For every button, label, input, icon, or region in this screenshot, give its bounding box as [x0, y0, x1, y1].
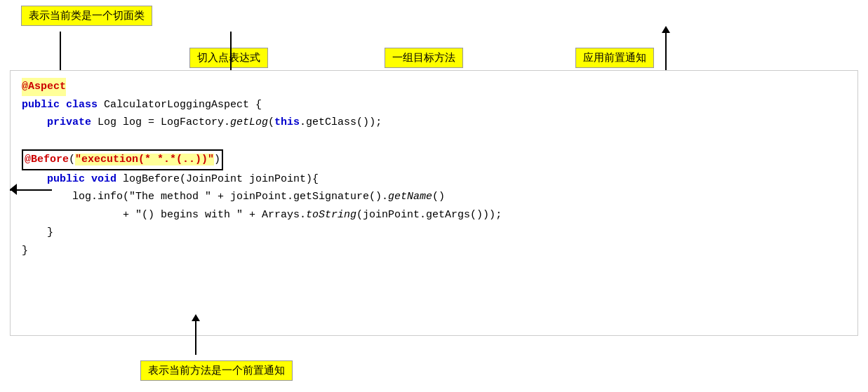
log-field: Log log = LogFactory.getLog(: [98, 116, 274, 128]
aspect-annotation: @Aspect: [22, 78, 66, 96]
code-line-4: @Before("execution(* *.*(..))"): [22, 149, 846, 170]
code-line-6: log.info("The method " + joinPoint.getSi…: [22, 188, 846, 206]
code-line-5: public void logBefore(JoinPoint joinPoin…: [22, 170, 846, 189]
code-line-8: }: [22, 224, 846, 242]
code-block: @Aspect public class CalculatorLoggingAs…: [10, 70, 858, 336]
code-line-3: private Log log = LogFactory.getLog(this…: [22, 114, 846, 132]
code-line-9: }: [22, 242, 846, 260]
annotation-bottom: 表示当前方法是一个前置通知: [140, 360, 293, 381]
annotation-target-methods: 一组目标方法: [385, 48, 463, 68]
kw-public-class: public class: [22, 99, 104, 111]
annotation-before-advice: 应用前置通知: [575, 48, 654, 68]
annotation-top-left: 表示当前类是一个切面类: [21, 6, 152, 26]
kw-this: this: [274, 116, 300, 128]
log-info: log.info("The method " + joinPoint.getSi…: [72, 191, 445, 203]
code-line-1: @Aspect: [22, 78, 846, 96]
code-line-2: public class CalculatorLoggingAspect {: [22, 96, 846, 114]
close-brace-class: }: [22, 245, 28, 257]
close-brace-method: }: [47, 227, 53, 238]
kw-public-void: public void: [47, 173, 123, 185]
arrow-bottom-up: [195, 320, 196, 355]
log-field-end: .getClass());: [300, 116, 382, 128]
before-annotation: @Before: [25, 154, 69, 165]
code-line-7: + "() begins with " + Arrays.toString(jo…: [22, 206, 846, 224]
arrow-left-head: [10, 184, 17, 195]
annotation-pointcut: 切入点表达式: [189, 48, 268, 68]
before-annotation-box: @Before("execution(* *.*(..))"): [22, 149, 223, 170]
arrow-top-left: [60, 32, 61, 75]
execution-expression: "execution(* *.*(..))": [75, 154, 214, 165]
method-logbefore: logBefore(JoinPoint joinPoint){: [123, 173, 319, 185]
code-line-empty: [22, 132, 846, 150]
class-name: CalculatorLoggingAspect {: [104, 99, 262, 111]
log-info-cont: + "() begins with " + Arrays.toString(jo…: [123, 209, 502, 221]
kw-private: private: [47, 116, 98, 128]
